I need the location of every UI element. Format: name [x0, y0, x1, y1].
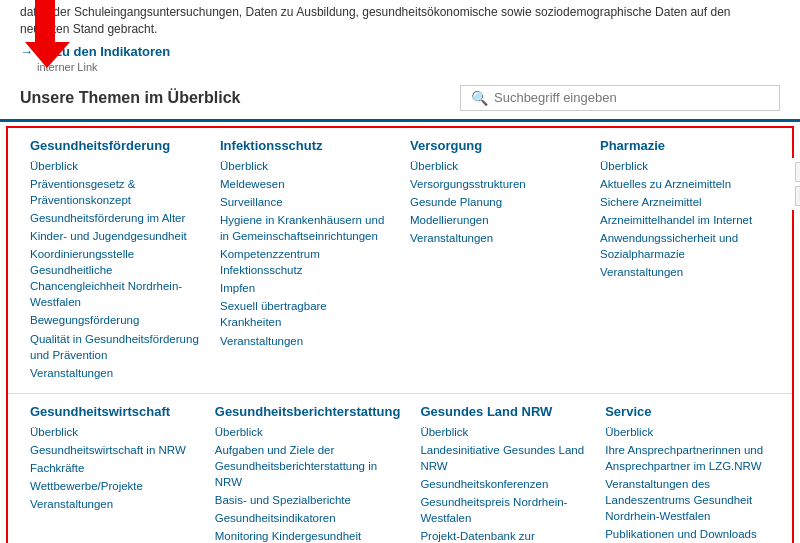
menu-link[interactable]: Überblick	[220, 158, 390, 174]
menu-link[interactable]: Überblick	[30, 158, 200, 174]
menu-link[interactable]: Veranstaltungen	[410, 230, 580, 246]
menu-link[interactable]: Anwendungssicherheit und Sozialpharmazie	[600, 230, 770, 262]
menu-link[interactable]: Surveillance	[220, 194, 390, 210]
menu-row-1: GesundheitswirtschaftÜberblickGesundheit…	[8, 394, 792, 543]
menu-link[interactable]: Kompetenzzentrum Infektionsschutz	[220, 246, 390, 278]
menu-link[interactable]: Sichere Arzneimittel	[600, 194, 770, 210]
menu-link[interactable]: Aufgaben und Ziele der Gesundheitsberich…	[215, 442, 401, 490]
menu-link[interactable]: Überblick	[410, 158, 580, 174]
menu-link[interactable]: Ihre Ansprechpartnerinnen und Ansprechpa…	[605, 442, 770, 474]
column-title-1-1: Gesundheitsberichterstattung	[215, 404, 401, 419]
menu-link[interactable]: Arzneimittelhandel im Internet	[600, 212, 770, 228]
menu-link[interactable]: Impfen	[220, 280, 390, 296]
column-title-1-0: Gesundheitswirtschaft	[30, 404, 195, 419]
search-box: 🔍	[460, 85, 780, 111]
menu-column-1-0: GesundheitswirtschaftÜberblickGesundheit…	[20, 404, 205, 543]
search-input[interactable]	[494, 90, 769, 105]
column-title-1-3: Service	[605, 404, 770, 419]
menu-link[interactable]: Gesundheitskonferenzen	[420, 476, 585, 492]
print-icon[interactable]: 🖨	[795, 162, 800, 182]
menu-link[interactable]: Kinder- und Jugendgesundheit	[30, 228, 200, 244]
menu-link[interactable]: Qualität in Gesundheitsförderung und Prä…	[30, 331, 200, 363]
menu-link[interactable]: Veranstaltungen	[30, 496, 195, 512]
column-title-0-2: Versorgung	[410, 138, 580, 153]
menu-link[interactable]: Veranstaltungen	[220, 333, 390, 349]
menu-link[interactable]: Hygiene in Krankenhäusern und in Gemeins…	[220, 212, 390, 244]
menu-link[interactable]: Meldewesen	[220, 176, 390, 192]
menu-column-1-2: Gesundes Land NRWÜberblickLandesinitiati…	[410, 404, 595, 543]
intern-link-label: interner Link	[37, 61, 780, 73]
menu-row-0: GesundheitsförderungÜberblickPräventions…	[8, 128, 792, 394]
menu-link[interactable]: Monitoring Kindergesundheit	[215, 528, 401, 543]
menu-link[interactable]: Versorgungsstrukturen	[410, 176, 580, 192]
menu-column-1-3: ServiceÜberblickIhre Ansprechpartnerinne…	[595, 404, 780, 543]
menu-link[interactable]: Gesundheitsförderung im Alter	[30, 210, 200, 226]
menu-link[interactable]: Überblick	[600, 158, 770, 174]
column-title-0-3: Pharmazie	[600, 138, 770, 153]
menu-link[interactable]: Gesundheitsindikatoren	[215, 510, 401, 526]
menu-link[interactable]: Gesundheitspreis Nordrhein-Westfalen	[420, 494, 585, 526]
svg-marker-0	[25, 0, 70, 68]
menu-link[interactable]: Veranstaltungen	[600, 264, 770, 280]
menu-link[interactable]: Veranstaltungen des Landeszentrums Gesun…	[605, 476, 770, 524]
menu-column-0-2: VersorgungÜberblickVersorgungsstrukturen…	[400, 138, 590, 383]
menu-link[interactable]: Basis- und Spezialberichte	[215, 492, 401, 508]
menu-link[interactable]: Modellierungen	[410, 212, 580, 228]
menu-column-0-3: PharmazieÜberblickAktuelles zu Arzneimit…	[590, 138, 780, 383]
menu-link[interactable]: Überblick	[215, 424, 401, 440]
top-description: daten der Schuleingangsuntersuchungen, D…	[20, 4, 780, 38]
menu-link[interactable]: Gesundheitswirtschaft in NRW	[30, 442, 195, 458]
zu-indikatoren-link[interactable]: → Zu den Indikatoren	[20, 44, 780, 59]
menu-link[interactable]: Aktuelles zu Arzneimitteln	[600, 176, 770, 192]
menu-link[interactable]: Präventionsgesetz & Präventionskonzept	[30, 176, 200, 208]
menu-column-1-1: GesundheitsberichterstattungÜberblickAuf…	[205, 404, 411, 543]
menu-link[interactable]: Veranstaltungen	[30, 365, 200, 381]
column-title-0-1: Infektionsschutz	[220, 138, 390, 153]
menu-link[interactable]: Fachkräfte	[30, 460, 195, 476]
menu-column-0-1: InfektionsschutzÜberblickMeldewesenSurve…	[210, 138, 400, 383]
menu-column-0-0: GesundheitsförderungÜberblickPräventions…	[20, 138, 210, 383]
menu-link[interactable]: Sexuell übertragbare Krankheiten	[220, 298, 390, 330]
menu-link[interactable]: Überblick	[30, 424, 195, 440]
page-title: Unsere Themen im Überblick	[20, 89, 241, 107]
column-title-0-0: Gesundheitsförderung	[30, 138, 200, 153]
menu-link[interactable]: Landesinitiative Gesundes Land NRW	[420, 442, 585, 474]
menu-link[interactable]: Überblick	[420, 424, 585, 440]
column-title-1-2: Gesundes Land NRW	[420, 404, 585, 419]
menu-link[interactable]: Koordinierungsstelle Gesundheitliche Cha…	[30, 246, 200, 310]
menu-link[interactable]: Bewegungsförderung	[30, 312, 200, 328]
menu-link[interactable]: Projekt-Datenbank zur Prävention, Gesund…	[420, 528, 585, 543]
search-icon: 🔍	[471, 90, 488, 106]
bookmark-icon[interactable]: 📄	[795, 186, 800, 206]
menu-link[interactable]: Wettbewerbe/Projekte	[30, 478, 195, 494]
menu-link[interactable]: Gesunde Planung	[410, 194, 580, 210]
red-arrow	[20, 0, 75, 68]
menu-link[interactable]: Überblick	[605, 424, 770, 440]
menu-link[interactable]: Publikationen und Downloads	[605, 526, 770, 542]
